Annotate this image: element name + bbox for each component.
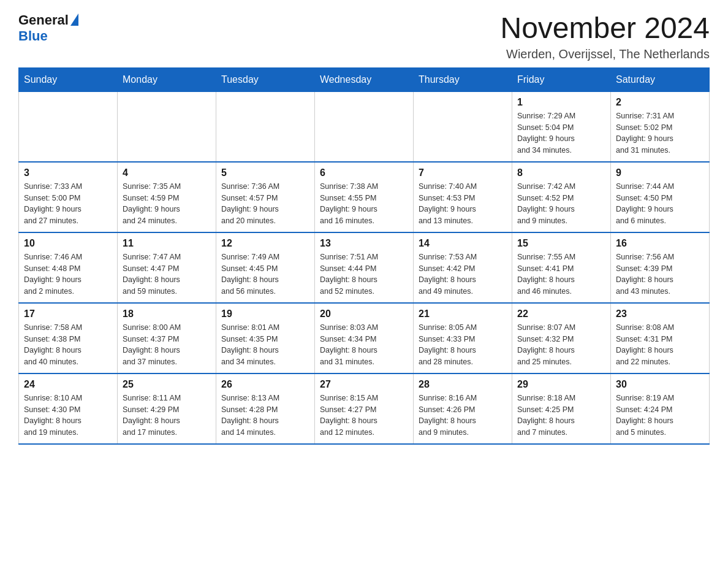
calendar-cell: 23Sunrise: 8:08 AMSunset: 4:31 PMDayligh… <box>611 303 710 373</box>
day-number: 28 <box>419 379 507 390</box>
calendar-cell: 14Sunrise: 7:53 AMSunset: 4:42 PMDayligh… <box>414 232 512 303</box>
day-info: Sunrise: 8:08 AMSunset: 4:31 PMDaylight:… <box>616 322 704 368</box>
day-info: Sunrise: 7:36 AMSunset: 4:57 PMDaylight:… <box>221 181 309 227</box>
day-number: 11 <box>123 238 211 249</box>
day-info: Sunrise: 7:58 AMSunset: 4:38 PMDaylight:… <box>24 322 112 368</box>
weekday-header-thursday: Thursday <box>414 67 512 91</box>
calendar-cell: 9Sunrise: 7:44 AMSunset: 4:50 PMDaylight… <box>611 162 710 232</box>
calendar-cell: 30Sunrise: 8:19 AMSunset: 4:24 PMDayligh… <box>611 373 710 444</box>
day-number: 24 <box>24 379 112 390</box>
calendar-cell <box>414 91 512 162</box>
calendar-cell: 17Sunrise: 7:58 AMSunset: 4:38 PMDayligh… <box>19 303 118 373</box>
day-number: 16 <box>616 238 704 249</box>
day-info: Sunrise: 7:46 AMSunset: 4:48 PMDaylight:… <box>24 251 112 297</box>
calendar-cell: 18Sunrise: 8:00 AMSunset: 4:37 PMDayligh… <box>118 303 216 373</box>
weekday-header-saturday: Saturday <box>611 67 710 91</box>
day-number: 9 <box>616 167 704 178</box>
day-number: 19 <box>221 308 309 320</box>
calendar-cell: 21Sunrise: 8:05 AMSunset: 4:33 PMDayligh… <box>414 303 512 373</box>
calendar-cell <box>216 91 315 162</box>
day-info: Sunrise: 7:40 AMSunset: 4:53 PMDaylight:… <box>419 181 507 227</box>
day-info: Sunrise: 7:31 AMSunset: 5:02 PMDaylight:… <box>616 110 704 156</box>
calendar-cell: 1Sunrise: 7:29 AMSunset: 5:04 PMDaylight… <box>512 91 611 162</box>
calendar-cell <box>19 91 118 162</box>
day-info: Sunrise: 7:29 AMSunset: 5:04 PMDaylight:… <box>517 110 605 156</box>
day-info: Sunrise: 7:56 AMSunset: 4:39 PMDaylight:… <box>616 251 704 297</box>
day-number: 21 <box>419 308 507 320</box>
day-number: 30 <box>616 379 704 390</box>
day-number: 6 <box>320 167 408 178</box>
day-info: Sunrise: 7:51 AMSunset: 4:44 PMDaylight:… <box>320 251 408 297</box>
calendar-cell: 24Sunrise: 8:10 AMSunset: 4:30 PMDayligh… <box>19 373 118 444</box>
day-number: 13 <box>320 238 408 249</box>
calendar-week-row: 1Sunrise: 7:29 AMSunset: 5:04 PMDaylight… <box>19 91 710 162</box>
weekday-header-row: SundayMondayTuesdayWednesdayThursdayFrid… <box>19 67 710 91</box>
calendar-cell: 19Sunrise: 8:01 AMSunset: 4:35 PMDayligh… <box>216 303 315 373</box>
calendar-cell: 8Sunrise: 7:42 AMSunset: 4:52 PMDaylight… <box>512 162 611 232</box>
calendar-cell: 29Sunrise: 8:18 AMSunset: 4:25 PMDayligh… <box>512 373 611 444</box>
calendar-cell <box>118 91 216 162</box>
day-info: Sunrise: 8:13 AMSunset: 4:28 PMDaylight:… <box>221 393 309 439</box>
day-number: 18 <box>123 308 211 320</box>
calendar-week-row: 24Sunrise: 8:10 AMSunset: 4:30 PMDayligh… <box>19 373 710 444</box>
calendar-week-row: 3Sunrise: 7:33 AMSunset: 5:00 PMDaylight… <box>19 162 710 232</box>
calendar-cell: 16Sunrise: 7:56 AMSunset: 4:39 PMDayligh… <box>611 232 710 303</box>
day-number: 15 <box>517 238 605 249</box>
calendar-cell: 6Sunrise: 7:38 AMSunset: 4:55 PMDaylight… <box>315 162 414 232</box>
day-number: 2 <box>616 97 704 108</box>
day-info: Sunrise: 7:33 AMSunset: 5:00 PMDaylight:… <box>24 181 112 227</box>
day-info: Sunrise: 8:07 AMSunset: 4:32 PMDaylight:… <box>517 322 605 368</box>
day-number: 17 <box>24 308 112 320</box>
weekday-header-tuesday: Tuesday <box>216 67 315 91</box>
calendar-cell: 10Sunrise: 7:46 AMSunset: 4:48 PMDayligh… <box>19 232 118 303</box>
day-number: 7 <box>419 167 507 178</box>
location: Wierden, Overijssel, The Netherlands <box>500 47 710 61</box>
day-info: Sunrise: 7:35 AMSunset: 4:59 PMDaylight:… <box>123 181 211 227</box>
day-number: 23 <box>616 308 704 320</box>
calendar-cell: 28Sunrise: 8:16 AMSunset: 4:26 PMDayligh… <box>414 373 512 444</box>
day-info: Sunrise: 7:47 AMSunset: 4:47 PMDaylight:… <box>123 251 211 297</box>
day-number: 3 <box>24 167 112 178</box>
calendar-cell: 26Sunrise: 8:13 AMSunset: 4:28 PMDayligh… <box>216 373 315 444</box>
calendar-cell: 5Sunrise: 7:36 AMSunset: 4:57 PMDaylight… <box>216 162 315 232</box>
weekday-header-monday: Monday <box>118 67 216 91</box>
calendar-cell: 12Sunrise: 7:49 AMSunset: 4:45 PMDayligh… <box>216 232 315 303</box>
logo-text-blue: Blue <box>18 28 48 44</box>
day-number: 4 <box>123 167 211 178</box>
day-info: Sunrise: 7:49 AMSunset: 4:45 PMDaylight:… <box>221 251 309 297</box>
day-info: Sunrise: 7:42 AMSunset: 4:52 PMDaylight:… <box>517 181 605 227</box>
day-number: 27 <box>320 379 408 390</box>
day-info: Sunrise: 8:19 AMSunset: 4:24 PMDaylight:… <box>616 393 704 439</box>
day-number: 10 <box>24 238 112 249</box>
day-number: 1 <box>517 97 605 108</box>
calendar-cell: 7Sunrise: 7:40 AMSunset: 4:53 PMDaylight… <box>414 162 512 232</box>
day-info: Sunrise: 7:53 AMSunset: 4:42 PMDaylight:… <box>419 251 507 297</box>
logo-icon: General Blue <box>18 12 78 44</box>
day-number: 20 <box>320 308 408 320</box>
calendar-cell: 25Sunrise: 8:11 AMSunset: 4:29 PMDayligh… <box>118 373 216 444</box>
calendar-cell: 15Sunrise: 7:55 AMSunset: 4:41 PMDayligh… <box>512 232 611 303</box>
day-number: 26 <box>221 379 309 390</box>
day-info: Sunrise: 8:03 AMSunset: 4:34 PMDaylight:… <box>320 322 408 368</box>
day-info: Sunrise: 8:10 AMSunset: 4:30 PMDaylight:… <box>24 393 112 439</box>
day-info: Sunrise: 8:11 AMSunset: 4:29 PMDaylight:… <box>123 393 211 439</box>
calendar-header: SundayMondayTuesdayWednesdayThursdayFrid… <box>19 67 710 91</box>
day-info: Sunrise: 7:44 AMSunset: 4:50 PMDaylight:… <box>616 181 704 227</box>
day-number: 14 <box>419 238 507 249</box>
day-info: Sunrise: 8:05 AMSunset: 4:33 PMDaylight:… <box>419 322 507 368</box>
calendar-cell: 11Sunrise: 7:47 AMSunset: 4:47 PMDayligh… <box>118 232 216 303</box>
calendar-table: SundayMondayTuesdayWednesdayThursdayFrid… <box>18 67 710 445</box>
calendar-cell: 20Sunrise: 8:03 AMSunset: 4:34 PMDayligh… <box>315 303 414 373</box>
calendar-cell: 2Sunrise: 7:31 AMSunset: 5:02 PMDaylight… <box>611 91 710 162</box>
month-title: November 2024 <box>500 12 710 45</box>
weekday-header-sunday: Sunday <box>19 67 118 91</box>
day-info: Sunrise: 8:00 AMSunset: 4:37 PMDaylight:… <box>123 322 211 368</box>
day-info: Sunrise: 8:01 AMSunset: 4:35 PMDaylight:… <box>221 322 309 368</box>
calendar-cell: 3Sunrise: 7:33 AMSunset: 5:00 PMDaylight… <box>19 162 118 232</box>
calendar-cell: 13Sunrise: 7:51 AMSunset: 4:44 PMDayligh… <box>315 232 414 303</box>
day-info: Sunrise: 8:15 AMSunset: 4:27 PMDaylight:… <box>320 393 408 439</box>
calendar-week-row: 10Sunrise: 7:46 AMSunset: 4:48 PMDayligh… <box>19 232 710 303</box>
day-number: 22 <box>517 308 605 320</box>
day-number: 8 <box>517 167 605 178</box>
calendar-cell: 27Sunrise: 8:15 AMSunset: 4:27 PMDayligh… <box>315 373 414 444</box>
